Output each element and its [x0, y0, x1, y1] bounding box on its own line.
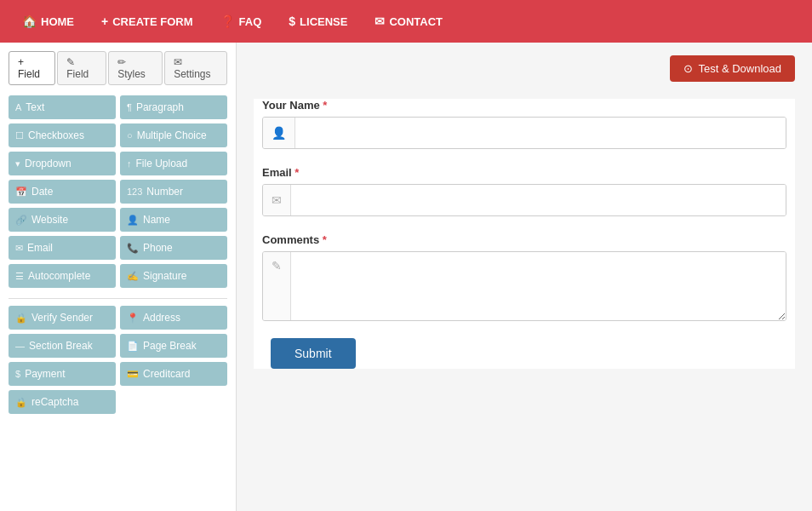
file-upload-icon: ↑ — [127, 158, 132, 169]
field-btn-dropdown[interactable]: ▾Dropdown — [9, 152, 116, 175]
file-upload-label: File Upload — [136, 158, 188, 169]
text-label: Text — [26, 101, 44, 113]
checkboxes-label: Checkboxes — [28, 129, 84, 141]
field-btn-recaptcha[interactable]: 🔒reCaptcha — [9, 390, 116, 414]
test-download-button[interactable]: ⊙ Test & Download — [670, 55, 795, 82]
faq-nav-icon: ❓ — [220, 14, 235, 28]
number-label: Number — [146, 186, 183, 198]
sidebar-tabs: + Field✎ Field✏ Styles✉ Settings — [9, 51, 227, 85]
dropdown-label: Dropdown — [25, 158, 71, 169]
section-break-icon: — — [15, 341, 25, 351]
address-label: Address — [143, 312, 180, 324]
dropdown-icon: ▾ — [15, 158, 20, 169]
field-btn-multiple-choice[interactable]: ○Multiple Choice — [120, 123, 227, 147]
home-nav-label: HOME — [41, 15, 74, 28]
website-label: Website — [31, 214, 68, 226]
phone-label: Phone — [143, 242, 173, 254]
label-email: Email * — [262, 166, 786, 179]
field-btn-phone[interactable]: 📞Phone — [120, 236, 227, 260]
input-email[interactable] — [291, 185, 786, 215]
field-btn-name[interactable]: 👤Name — [120, 208, 227, 232]
field-btn-date[interactable]: 📅Date — [9, 180, 116, 204]
sidebar-separator — [9, 298, 227, 299]
basic-fields-grid: AText¶Paragraph☐Checkboxes○Multiple Choi… — [9, 95, 227, 288]
creditcard-icon: 💳 — [127, 369, 139, 380]
faq-nav-label: FAQ — [239, 15, 262, 28]
phone-icon: 📞 — [127, 243, 139, 254]
verify-sender-icon: 🔒 — [15, 313, 27, 324]
name-label: Name — [143, 214, 170, 226]
form-field-email: Email *✉ — [254, 166, 795, 216]
field-btn-address[interactable]: 📍Address — [120, 306, 227, 330]
signature-label: Signature — [143, 270, 186, 282]
tab-styles[interactable]: ✏ Styles — [108, 51, 163, 85]
creditcard-label: Creditcard — [143, 368, 190, 380]
field-btn-section-break[interactable]: —Section Break — [9, 334, 116, 358]
advanced-fields-grid: 🔒Verify Sender📍Address—Section Break📄Pag… — [9, 306, 227, 414]
field-btn-creditcard[interactable]: 💳Creditcard — [120, 362, 227, 386]
form-preview-area: Your Name *👤Email *✉Comments *✎Submit — [254, 99, 795, 369]
field-btn-number[interactable]: 123Number — [120, 180, 227, 204]
nav-item-contact[interactable]: ✉CONTACT — [361, 0, 456, 43]
create-form-nav-label: CREATE FORM — [112, 15, 192, 28]
license-nav-icon: $ — [289, 14, 295, 28]
payment-icon: $ — [15, 369, 20, 379]
field-btn-paragraph[interactable]: ¶Paragraph — [120, 95, 227, 119]
field-btn-website[interactable]: 🔗Website — [9, 208, 116, 232]
textarea-comments[interactable] — [291, 252, 786, 320]
form-builder-content: ⊙ Test & Download Your Name *👤Email *✉Co… — [237, 43, 812, 511]
multiple-choice-icon: ○ — [127, 130, 133, 141]
license-nav-label: LICENSE — [300, 15, 347, 28]
sidebar: + Field✎ Field✏ Styles✉ Settings AText¶P… — [0, 43, 237, 511]
field-btn-file-upload[interactable]: ↑File Upload — [120, 152, 227, 175]
field-btn-payment[interactable]: $Payment — [9, 362, 116, 386]
main-layout: + Field✎ Field✏ Styles✉ Settings AText¶P… — [0, 43, 812, 511]
autocomplete-icon: ☰ — [15, 271, 24, 282]
text-icon: A — [15, 102, 21, 112]
test-download-label: Test & Download — [698, 62, 781, 75]
form-field-comments: Comments *✎ — [254, 233, 795, 321]
field-btn-text[interactable]: AText — [9, 95, 116, 119]
address-icon: 📍 — [127, 313, 139, 324]
submit-wrapper: Submit — [254, 338, 795, 369]
field-btn-signature[interactable]: ✍Signature — [120, 264, 227, 288]
nav-item-faq[interactable]: ❓FAQ — [207, 0, 276, 43]
field-btn-email[interactable]: ✉Email — [9, 236, 116, 260]
checkboxes-icon: ☐ — [15, 130, 24, 141]
input-icon-your-name: 👤 — [263, 118, 295, 148]
paragraph-icon: ¶ — [127, 102, 132, 112]
name-icon: 👤 — [127, 215, 139, 226]
multiple-choice-label: Multiple Choice — [137, 129, 207, 141]
tab-edit-field[interactable]: ✎ Field — [57, 51, 106, 85]
input-your-name[interactable] — [295, 118, 786, 148]
tab-add-field[interactable]: + Field — [9, 51, 55, 85]
nav-item-license[interactable]: $LICENSE — [275, 0, 361, 43]
payment-label: Payment — [25, 368, 65, 380]
textarea-wrapper-comments: ✎ — [262, 251, 786, 321]
nav-item-home[interactable]: 🏠HOME — [9, 0, 88, 43]
required-marker: * — [294, 166, 299, 179]
required-marker: * — [323, 233, 327, 246]
input-icon-email: ✉ — [263, 185, 291, 215]
tab-settings[interactable]: ✉ Settings — [164, 51, 227, 85]
page-break-label: Page Break — [143, 340, 197, 352]
contact-nav-icon: ✉ — [375, 14, 385, 28]
section-break-label: Section Break — [29, 340, 93, 352]
field-btn-verify-sender[interactable]: 🔒Verify Sender — [9, 306, 116, 330]
nav-item-create-form[interactable]: +CREATE FORM — [88, 0, 207, 43]
required-marker: * — [323, 99, 327, 112]
page-break-icon: 📄 — [127, 341, 139, 352]
field-btn-checkboxes[interactable]: ☐Checkboxes — [9, 123, 116, 147]
date-icon: 📅 — [15, 187, 27, 198]
recaptcha-icon: 🔒 — [15, 397, 27, 408]
website-icon: 🔗 — [15, 215, 27, 226]
test-download-icon: ⊙ — [683, 62, 693, 75]
label-your-name: Your Name * — [262, 99, 786, 112]
submit-button[interactable]: Submit — [271, 338, 356, 369]
field-btn-page-break[interactable]: 📄Page Break — [120, 334, 227, 358]
field-btn-autocomplete[interactable]: ☰Autocomplete — [9, 264, 116, 288]
recaptcha-label: reCaptcha — [31, 396, 78, 408]
paragraph-label: Paragraph — [136, 101, 184, 113]
input-wrapper-email: ✉ — [262, 184, 786, 216]
home-nav-icon: 🏠 — [22, 14, 37, 28]
